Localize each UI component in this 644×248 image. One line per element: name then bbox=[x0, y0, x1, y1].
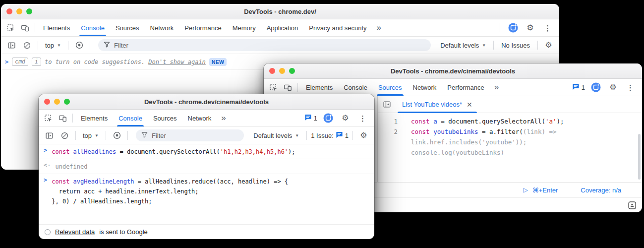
line-number: 1 bbox=[378, 116, 398, 126]
file-tab-snippet[interactable]: List YouTube videos* ✕ bbox=[397, 96, 478, 113]
inspect-element-icon[interactable] bbox=[4, 21, 17, 35]
issues-status[interactable]: No Issues bbox=[498, 42, 533, 49]
inspect-element-icon[interactable] bbox=[42, 112, 55, 125]
tab-network[interactable]: Network bbox=[145, 19, 179, 36]
context-selector[interactable]: top ▼ bbox=[80, 132, 102, 139]
tab-sources[interactable]: Sources bbox=[148, 110, 182, 126]
divider bbox=[500, 23, 500, 32]
more-tabs-icon[interactable]: » bbox=[490, 82, 503, 92]
console-prompt-icon: > bbox=[44, 177, 47, 206]
tab-network[interactable]: Network bbox=[408, 79, 442, 96]
ai-assistance-icon[interactable] bbox=[321, 112, 335, 125]
code-row: console.log(youtubeLinks) bbox=[378, 147, 642, 158]
tab-network[interactable]: Network bbox=[183, 110, 217, 126]
line-number bbox=[378, 147, 398, 158]
more-tabs-icon[interactable]: » bbox=[217, 113, 230, 123]
relevant-data-link[interactable]: Relevant data bbox=[55, 228, 95, 236]
tab-sources[interactable]: Sources bbox=[111, 19, 144, 36]
tab-elements[interactable]: Elements bbox=[301, 79, 338, 96]
divider bbox=[537, 41, 538, 50]
more-options-icon[interactable]: ⋮ bbox=[356, 112, 369, 125]
log-levels-select[interactable]: Default levels ▼ bbox=[437, 42, 489, 49]
settings-gear-icon[interactable]: ⚙ bbox=[339, 112, 352, 125]
settings-gear-icon[interactable]: ⚙ bbox=[606, 81, 620, 94]
maximize-button[interactable] bbox=[289, 68, 295, 74]
log-levels-label: Default levels bbox=[253, 132, 292, 139]
filter-input[interactable]: Filter bbox=[136, 129, 244, 141]
maximize-button[interactable] bbox=[26, 8, 32, 14]
titlebar[interactable]: DevTools - chrome.dev/cinemai/devtools bbox=[39, 94, 374, 110]
devtools-window-front: DevTools - chrome.dev/cinemai/devtools E… bbox=[39, 94, 374, 239]
coverage-link[interactable]: Coverage: n/a bbox=[581, 186, 621, 194]
device-toolbar-icon[interactable] bbox=[18, 21, 32, 35]
tab-console[interactable]: Console bbox=[114, 110, 147, 126]
console-settings-gear-icon[interactable]: ⚙ bbox=[542, 39, 555, 52]
tab-privacy-security[interactable]: Privacy and security bbox=[304, 19, 371, 36]
privacy-circle-icon bbox=[45, 229, 51, 235]
issues-counter[interactable]: 1 bbox=[304, 114, 317, 123]
tab-performance[interactable]: Performance bbox=[442, 79, 489, 96]
issues-status[interactable]: 1 Issue: 1 bbox=[311, 131, 349, 140]
dont-show-again-link[interactable]: Don't show again bbox=[148, 59, 206, 65]
clear-console-icon[interactable] bbox=[20, 39, 34, 52]
tab-console[interactable]: Console bbox=[76, 19, 110, 36]
close-button[interactable] bbox=[44, 99, 50, 105]
command-code: const avgHeadlineLength = allHeadlines.r… bbox=[52, 177, 288, 186]
log-levels-label: Default levels bbox=[440, 42, 479, 49]
live-expression-eye-icon[interactable] bbox=[72, 39, 86, 52]
main-tabbar: Elements Console Sources Network Perform… bbox=[1, 19, 559, 37]
command-code: const allHeadlines = document.querySelec… bbox=[52, 147, 295, 157]
window-title: DevTools - chrome.dev/ bbox=[1, 8, 559, 15]
device-toolbar-icon[interactable] bbox=[281, 81, 294, 94]
console-prompt-icon: > bbox=[44, 147, 47, 157]
filter-input[interactable]: Filter bbox=[98, 39, 431, 51]
expand-drawer-icon[interactable] bbox=[628, 201, 636, 209]
ai-assistance-icon[interactable] bbox=[506, 21, 520, 35]
issues-status-label: 1 Issue: bbox=[311, 132, 334, 139]
tab-performance[interactable]: Performance bbox=[179, 19, 226, 36]
maximize-button[interactable] bbox=[64, 99, 70, 105]
close-icon[interactable]: ✕ bbox=[467, 101, 472, 109]
tab-application[interactable]: Application bbox=[262, 19, 303, 36]
tabbar-actions: ⚙ ⋮ bbox=[498, 21, 556, 35]
chevron-down-icon: ▼ bbox=[482, 43, 486, 48]
sources-editor-pane: List YouTube videos* ✕ 1 const a = docum… bbox=[378, 96, 642, 182]
titlebar[interactable]: DevTools - chrome.dev/cinemai/devtools bbox=[264, 63, 642, 79]
code-editor[interactable]: 1 const a = document.querySelectorAll('a… bbox=[378, 113, 642, 182]
close-button[interactable] bbox=[269, 68, 275, 74]
tab-elements[interactable]: Elements bbox=[38, 19, 75, 36]
run-snippet-button[interactable]: ▷ ⌘+Enter bbox=[523, 186, 558, 194]
device-toolbar-icon[interactable] bbox=[56, 112, 69, 125]
settings-gear-icon[interactable]: ⚙ bbox=[524, 21, 537, 35]
scrollbar[interactable] bbox=[638, 134, 641, 180]
tab-console[interactable]: Console bbox=[339, 79, 372, 96]
inspect-element-icon[interactable] bbox=[267, 81, 280, 94]
minimize-button[interactable] bbox=[16, 8, 22, 14]
console-sidebar-icon[interactable] bbox=[5, 39, 18, 52]
titlebar[interactable]: DevTools - chrome.dev/ bbox=[1, 4, 559, 19]
issues-counter[interactable]: 1 bbox=[572, 83, 585, 92]
more-options-icon[interactable]: ⋮ bbox=[624, 81, 637, 94]
minimize-button[interactable] bbox=[279, 68, 285, 74]
issues-bubble-icon bbox=[572, 83, 580, 92]
live-expression-eye-icon[interactable] bbox=[110, 129, 123, 142]
clear-console-icon[interactable] bbox=[58, 129, 71, 142]
tab-sources[interactable]: Sources bbox=[373, 79, 407, 96]
tab-elements[interactable]: Elements bbox=[76, 110, 113, 126]
ai-assistance-icon[interactable] bbox=[589, 81, 602, 94]
console-pane[interactable]: > const allHeadlines = document.querySel… bbox=[39, 144, 374, 224]
divider bbox=[297, 83, 298, 92]
log-levels-select[interactable]: Default levels ▼ bbox=[250, 132, 302, 139]
console-settings-gear-icon[interactable]: ⚙ bbox=[357, 129, 370, 142]
console-sidebar-icon[interactable] bbox=[43, 129, 56, 142]
close-button[interactable] bbox=[6, 8, 12, 14]
more-options-icon[interactable]: ⋮ bbox=[541, 21, 554, 35]
tab-memory[interactable]: Memory bbox=[228, 19, 261, 36]
collapse-navigator-icon[interactable] bbox=[380, 98, 394, 111]
more-tabs-icon[interactable]: » bbox=[373, 23, 385, 33]
minimize-button[interactable] bbox=[54, 99, 60, 105]
context-selector[interactable]: top ▼ bbox=[42, 42, 64, 49]
console-command: > const allHeadlines = document.querySel… bbox=[39, 144, 374, 159]
traffic-lights bbox=[264, 68, 295, 74]
filter-funnel-icon bbox=[141, 131, 148, 139]
